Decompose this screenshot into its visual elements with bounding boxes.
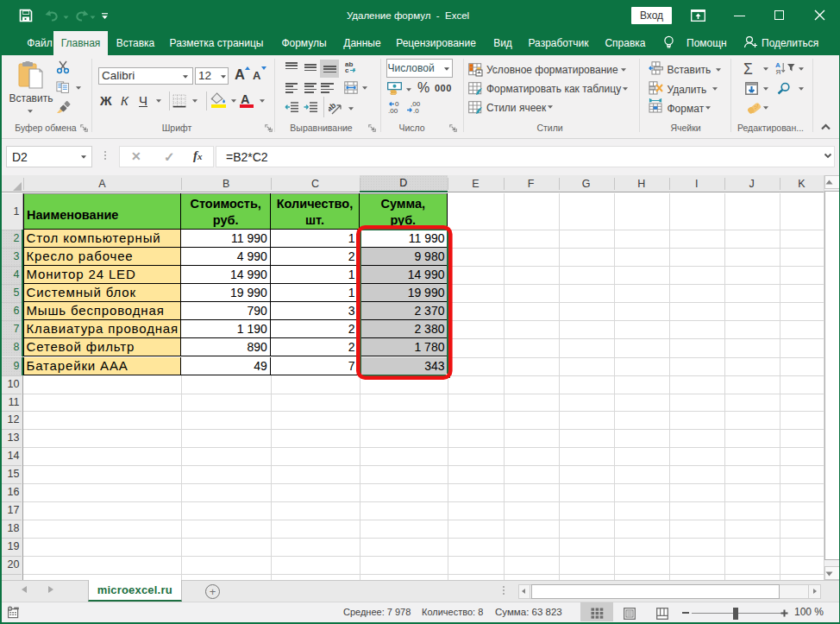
svg-text:,0: ,0 [413,107,419,114]
svg-text:c: c [345,66,349,73]
svg-text:ab: ab [329,101,338,113]
svg-text:Я: Я [776,68,781,75]
svg-text:,00: ,00 [388,107,398,114]
